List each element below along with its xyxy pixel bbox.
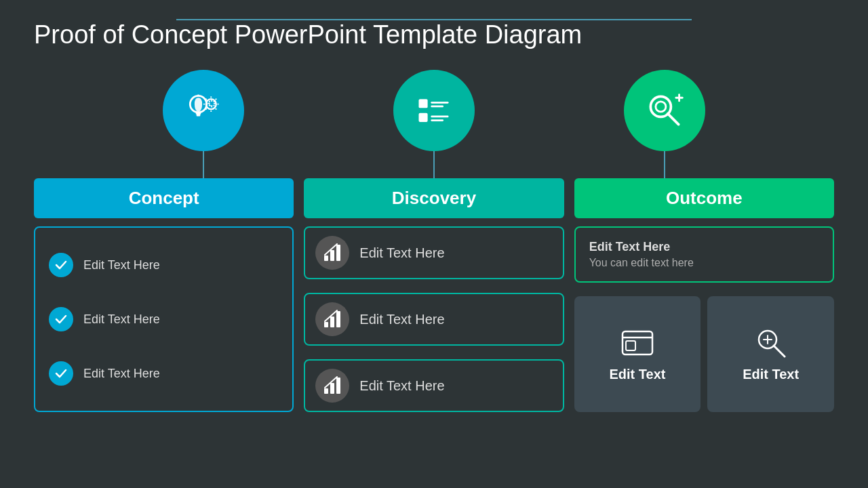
svg-rect-41 xyxy=(330,317,334,327)
svg-line-13 xyxy=(216,99,216,100)
svg-rect-16 xyxy=(197,114,200,115)
idea-icon xyxy=(183,90,224,131)
page-title: Proof of Concept PowerPoint Template Dia… xyxy=(34,20,834,49)
svg-rect-42 xyxy=(336,311,340,327)
discovery-item-3-text: Edit Text Here xyxy=(359,378,444,394)
list-item: Edit Text Here xyxy=(49,246,279,284)
search-plus-icon xyxy=(644,90,685,131)
discovery-body: Edit Text Here Edit Text Here xyxy=(304,226,564,412)
step-icon-1 xyxy=(315,236,349,270)
concept-connector xyxy=(203,151,204,178)
outcome-card-1-label: Edit Text xyxy=(610,367,666,382)
svg-rect-48 xyxy=(626,341,635,350)
list-item: Edit Text Here xyxy=(49,354,279,392)
svg-rect-15 xyxy=(197,113,201,114)
discovery-header: Discovery xyxy=(304,178,564,218)
outcome-card-1: Edit Text xyxy=(574,296,701,412)
check-icon-1 xyxy=(49,253,73,277)
discovery-item-3: Edit Text Here xyxy=(304,359,564,412)
outcome-body: Edit Text Here You can edit text here Ed… xyxy=(574,226,834,412)
discovery-top xyxy=(319,70,549,178)
timeline-row xyxy=(34,70,834,178)
outcome-text-box: Edit Text Here You can edit text here xyxy=(574,226,834,283)
outcome-header-label: Outcome xyxy=(666,188,743,208)
concept-body: Edit Text Here Edit Text Here Edit Text … xyxy=(34,226,294,412)
outcome-column: Outcome Edit Text Here You can edit text… xyxy=(574,178,834,412)
svg-rect-40 xyxy=(324,322,328,327)
svg-rect-44 xyxy=(330,383,334,394)
outcome-card-2: Edit Text xyxy=(707,296,834,412)
svg-rect-18 xyxy=(211,100,212,102)
outcome-title: Edit Text Here xyxy=(589,240,819,254)
svg-rect-26 xyxy=(419,99,428,108)
search-magnify-icon xyxy=(754,326,788,360)
discovery-column: Discovery Edit Text Here xyxy=(304,178,564,412)
concept-item-2: Edit Text Here xyxy=(83,312,160,327)
discovery-header-label: Discovery xyxy=(392,188,476,208)
svg-rect-25 xyxy=(213,104,215,106)
discovery-circle xyxy=(393,70,475,151)
outcome-subtitle: You can edit text here xyxy=(589,257,819,269)
svg-rect-31 xyxy=(431,119,443,121)
svg-line-11 xyxy=(205,99,206,100)
svg-rect-19 xyxy=(211,105,212,107)
timeline-line xyxy=(176,19,692,20)
check-icon-3 xyxy=(49,361,73,386)
concept-column: Concept Edit Text Here Edit Text Here xyxy=(34,178,294,412)
concept-header: Concept xyxy=(34,178,294,218)
slide: Proof of Concept PowerPoint Template Dia… xyxy=(0,0,868,488)
outcome-circle xyxy=(624,70,705,151)
concept-circle xyxy=(163,70,244,151)
svg-rect-30 xyxy=(431,116,448,118)
svg-line-14 xyxy=(205,108,206,109)
discovery-item-2: Edit Text Here xyxy=(304,293,564,346)
svg-rect-20 xyxy=(208,103,210,104)
svg-rect-45 xyxy=(336,378,340,394)
svg-line-12 xyxy=(216,108,216,109)
svg-rect-27 xyxy=(419,113,428,122)
svg-rect-38 xyxy=(330,250,334,261)
check-icon-2 xyxy=(49,307,73,331)
outcome-card-2-label: Edit Text xyxy=(743,367,799,382)
svg-point-17 xyxy=(210,102,214,106)
outcome-connector xyxy=(664,151,665,178)
discovery-item-1-text: Edit Text Here xyxy=(359,245,444,261)
concept-header-label: Concept xyxy=(129,188,199,208)
svg-rect-22 xyxy=(208,100,210,102)
list-item: Edit Text Here xyxy=(49,300,279,338)
svg-point-33 xyxy=(656,102,666,112)
discovery-item-1: Edit Text Here xyxy=(304,226,564,279)
step-icon-2 xyxy=(315,302,349,336)
discovery-connector xyxy=(433,151,435,178)
concept-item-3: Edit Text Here xyxy=(83,367,160,381)
svg-line-50 xyxy=(774,346,785,357)
discovery-item-2-text: Edit Text Here xyxy=(359,312,444,327)
svg-rect-43 xyxy=(324,388,328,394)
svg-rect-37 xyxy=(324,256,328,261)
outcome-cards: Edit Text Edit Text xyxy=(574,296,834,412)
svg-rect-28 xyxy=(431,102,448,104)
svg-rect-21 xyxy=(214,103,216,104)
content-area: Concept Edit Text Here Edit Text Here xyxy=(34,178,834,412)
svg-rect-39 xyxy=(336,245,340,261)
list-icon xyxy=(414,90,454,131)
outcome-top-circle xyxy=(549,70,780,178)
browser-icon xyxy=(620,326,654,360)
svg-rect-29 xyxy=(431,106,443,108)
outcome-header: Outcome xyxy=(574,178,834,218)
svg-line-34 xyxy=(668,114,679,125)
concept-item-1: Edit Text Here xyxy=(83,258,160,272)
step-icon-3 xyxy=(315,369,349,403)
concept-top xyxy=(88,70,319,178)
